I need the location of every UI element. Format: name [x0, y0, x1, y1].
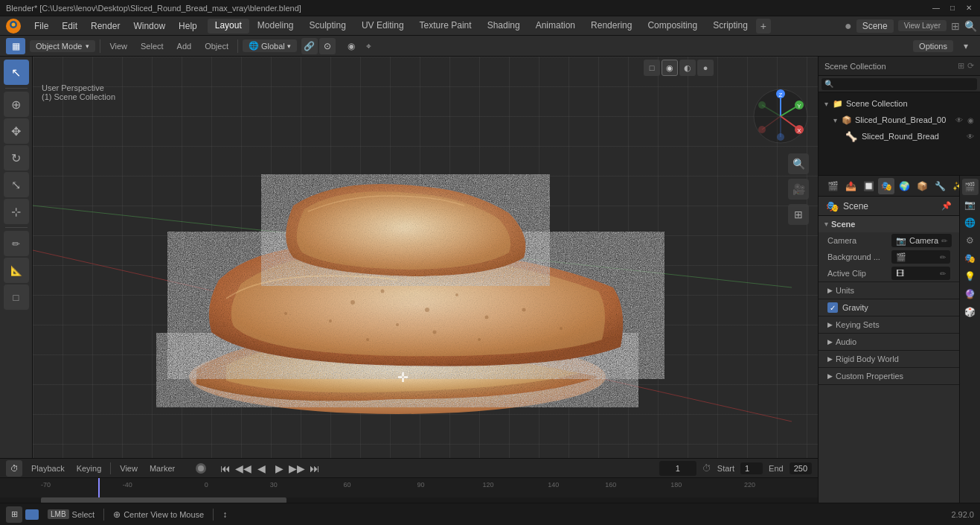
tab-sculpting[interactable]: Sculpting: [302, 19, 353, 34]
jump-back-btn[interactable]: ◀◀: [236, 461, 251, 476]
prop-tab-scene[interactable]: 🎭: [878, 178, 894, 194]
side-icon-scene[interactable]: ⚙: [962, 232, 979, 249]
scene-section-header[interactable]: ▾ Scene: [819, 216, 959, 232]
solid-btn[interactable]: ◉: [662, 60, 678, 76]
keying-sets-header[interactable]: ▶ Keying Sets: [819, 316, 959, 333]
timeline-editor-icon[interactable]: ⏱: [6, 460, 22, 477]
end-value-input[interactable]: 250: [790, 462, 812, 474]
material-btn[interactable]: ◐: [679, 60, 696, 76]
prop-tab-output[interactable]: 📤: [842, 178, 859, 194]
camera-value[interactable]: 📷 Camera ✏: [891, 234, 952, 247]
bread-mesh-eye[interactable]: 👁: [967, 133, 974, 141]
add-menu-btn[interactable]: Add: [173, 40, 196, 52]
close-btn[interactable]: ✕: [964, 3, 974, 13]
maximize-btn[interactable]: □: [947, 3, 958, 13]
object-menu-btn[interactable]: Object: [200, 40, 233, 52]
jump-start-btn[interactable]: ⏮: [218, 461, 233, 476]
side-icon-physics[interactable]: 🎲: [962, 304, 979, 320]
side-icon-modifiers[interactable]: 🔮: [962, 286, 979, 302]
wireframe-btn[interactable]: □: [644, 60, 660, 76]
tab-texture-paint[interactable]: Texture Paint: [412, 19, 479, 34]
camera-edit-icon[interactable]: ✏: [941, 237, 947, 245]
keying-btn[interactable]: Keying: [74, 462, 105, 474]
add-workspace-btn[interactable]: +: [756, 19, 771, 34]
mode-icon[interactable]: ▦: [6, 38, 25, 54]
background-value[interactable]: 🎬 ✏: [891, 250, 950, 264]
tab-rendering[interactable]: Rendering: [583, 19, 639, 34]
clip-edit-icon[interactable]: ✏: [940, 270, 946, 278]
scene-selector[interactable]: Scene: [856, 19, 894, 33]
camera-view-btn[interactable]: 🎥: [788, 179, 809, 200]
timeline-track[interactable]: -70 -40 0 30 60 90 120 140 160 180 220: [0, 478, 818, 503]
prop-tab-view-layer[interactable]: 🔲: [860, 178, 877, 194]
tab-uv-editing[interactable]: UV Editing: [354, 19, 411, 34]
status-editor-icon[interactable]: ⊞: [6, 506, 22, 523]
window-controls[interactable]: — □ ✕: [931, 3, 974, 13]
window-menu[interactable]: Window: [127, 19, 171, 33]
transform-selector[interactable]: 🌐 Global ▾: [243, 39, 297, 52]
tl-view-btn[interactable]: View: [117, 462, 141, 474]
rigid-body-header[interactable]: ▶ Rigid Body World: [819, 351, 959, 367]
side-icon-object[interactable]: 💡: [962, 268, 979, 284]
start-value-input[interactable]: 1: [740, 462, 763, 474]
select-menu-btn[interactable]: Select: [136, 40, 168, 52]
side-icon-output[interactable]: 📷: [962, 197, 979, 213]
options-btn[interactable]: Options: [913, 40, 953, 52]
object-mode-selector[interactable]: Object Mode▾: [30, 40, 95, 52]
marker-btn[interactable]: Marker: [147, 462, 178, 474]
step-forward-btn[interactable]: ▶▶: [289, 461, 304, 476]
file-menu[interactable]: File: [28, 19, 54, 33]
view-menu-btn[interactable]: View: [105, 40, 132, 52]
minimize-btn[interactable]: —: [931, 3, 941, 13]
navigation-gizmo[interactable]: Z Y X: [751, 86, 810, 146]
tab-scripting[interactable]: Scripting: [705, 19, 755, 34]
transform-tool-btn[interactable]: ⊹: [4, 199, 29, 224]
pin-icon[interactable]: 📌: [941, 201, 952, 211]
custom-props-header[interactable]: ▶ Custom Properties: [819, 368, 959, 384]
timeline-scrollbar[interactable]: [0, 497, 818, 503]
gizmo-btn[interactable]: ⌖: [361, 38, 377, 54]
step-back-btn[interactable]: ◀: [254, 461, 269, 476]
prop-tab-object[interactable]: 📦: [914, 178, 930, 194]
render-btn[interactable]: ●: [697, 60, 714, 76]
add-primitive-btn[interactable]: □: [4, 284, 29, 310]
prop-tab-world[interactable]: 🌍: [896, 178, 912, 194]
3d-viewport[interactable]: ✛ User Perspective (1) Scene Collection …: [33, 57, 818, 525]
prop-tab-modifier[interactable]: 🔧: [932, 178, 948, 194]
render-menu[interactable]: Render: [85, 19, 126, 33]
outliner-search[interactable]: 🔍: [822, 78, 977, 90]
select-tool-btn[interactable]: ↖: [4, 60, 29, 85]
outliner-sync-icon[interactable]: ⟳: [967, 61, 974, 71]
gravity-checkbox[interactable]: ✓: [827, 302, 838, 313]
proportional-edit-btn[interactable]: ⊙: [319, 38, 336, 54]
help-menu[interactable]: Help: [173, 19, 203, 33]
scale-tool-btn[interactable]: ⤡: [4, 172, 29, 197]
jump-end-btn[interactable]: ⏭: [307, 461, 322, 476]
tab-shading[interactable]: Shading: [480, 19, 528, 34]
bg-edit-icon[interactable]: ✏: [940, 253, 946, 261]
side-icon-world[interactable]: 🎭: [962, 250, 979, 267]
overlay-btn[interactable]: ◉: [343, 38, 359, 54]
render-visibility-icon[interactable]: ◉: [967, 116, 974, 124]
measure-tool-btn[interactable]: 📐: [4, 258, 29, 283]
render-region-btn[interactable]: ⊞: [788, 204, 809, 225]
record-btn[interactable]: [196, 463, 206, 474]
playback-btn[interactable]: Playback: [28, 462, 68, 474]
search-icon[interactable]: 🔍: [964, 20, 977, 32]
active-clip-value[interactable]: 🎞 ✏: [891, 267, 950, 280]
units-header[interactable]: ▶ Units: [819, 282, 959, 299]
timeline-scrollbar-thumb[interactable]: [41, 497, 286, 503]
tab-animation[interactable]: Animation: [528, 19, 583, 34]
tab-layout[interactable]: Layout: [208, 19, 249, 34]
side-icon-render[interactable]: 🎬: [962, 179, 979, 195]
snap-btn[interactable]: 🔗: [301, 38, 318, 54]
audio-header[interactable]: ▶ Audio: [819, 334, 959, 350]
side-icon-view-layer[interactable]: 🌐: [962, 214, 979, 231]
outliner-bread-mesh[interactable]: 🦴 Sliced_Round_Bread 👁: [819, 128, 980, 144]
outliner-bread-collection[interactable]: ▾ 📦 Sliced_Round_Bread_00 👁 ◉: [819, 112, 980, 128]
outliner-scene-collection[interactable]: ▾ 📁 Scene Collection: [819, 95, 980, 112]
annotate-tool-btn[interactable]: ✏: [4, 231, 29, 256]
bread-collection-eye[interactable]: 👁: [955, 116, 963, 124]
options-chevron[interactable]: ▾: [958, 38, 974, 54]
tab-compositing[interactable]: Compositing: [640, 19, 705, 34]
